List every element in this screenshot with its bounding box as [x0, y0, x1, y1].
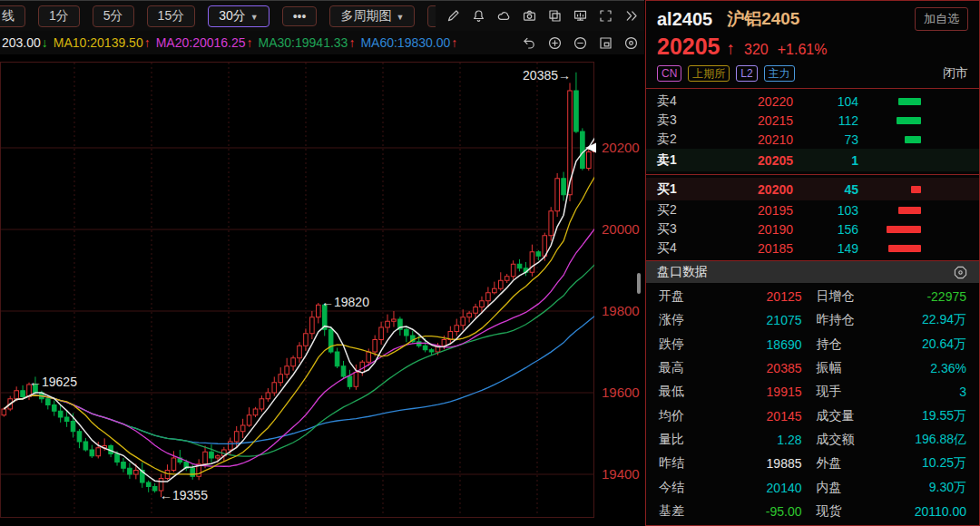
add-watchlist-button[interactable]: 加自选 — [915, 7, 968, 31]
market-data-title: 盘口数据 — [657, 264, 708, 280]
chevron-double-right-icon[interactable] — [623, 8, 639, 24]
market-data-row: 最低19915现手3 — [646, 380, 979, 404]
field-label: 最高 — [659, 360, 715, 376]
down-arrow-icon: ↓ — [42, 35, 48, 50]
field-value: 20140 — [715, 481, 802, 495]
field-label: 跌停 — [659, 336, 715, 353]
orderbook-row-买3[interactable]: 买320190156 — [646, 219, 979, 239]
bell-icon[interactable] — [471, 8, 486, 24]
field-value: -95.00 — [715, 504, 802, 519]
field-label: 均价 — [659, 408, 715, 424]
orderbook-row-买2[interactable]: 买220195103 — [646, 200, 979, 219]
monitor-chart-icon[interactable] — [573, 8, 588, 24]
y-axis-label: 19600 — [602, 385, 640, 400]
quote-header: al2405 沪铝2405 加自选 20205 ↑ 320 +1.61% CN上… — [646, 1, 979, 88]
price-annotation: ←19820 — [321, 295, 369, 309]
timeframe-button-30分[interactable]: 30分▼ — [208, 5, 270, 27]
timeframe-button-5分[interactable]: 5分 — [93, 5, 134, 27]
y-axis-label: 20000 — [602, 221, 640, 237]
up-arrow-icon: ↑ — [451, 35, 457, 50]
volume-bar — [905, 136, 921, 143]
field-value: 20145 — [715, 409, 802, 424]
market-data-row: 基差-95.00现货20110.00 — [646, 500, 979, 523]
timeframe-button-月线[interactable]: 月线 — [0, 5, 25, 27]
field-label: 最低 — [659, 384, 715, 400]
market-data-row: 最高20385振幅2.36% — [646, 356, 979, 380]
target-icon[interactable] — [623, 35, 639, 51]
orderbook-row-卖1[interactable]: 卖1202051 — [646, 149, 979, 171]
zoom-in-icon[interactable] — [547, 35, 563, 51]
timeframe-button-多周期图[interactable]: 多周期图▼ — [329, 5, 415, 27]
volume-bar — [888, 245, 921, 252]
field-label: 量比 — [659, 432, 715, 448]
chart-pane: 2020020000198001960019400←19625←19355←19… — [0, 0, 644, 526]
ma-value: MA30:19941.33↑ — [259, 35, 358, 50]
field-value: 19.55万 — [880, 408, 967, 424]
field-label: 昨结 — [659, 455, 715, 472]
zoom-out-icon[interactable] — [573, 35, 588, 51]
field-value: 22.94万 — [880, 312, 967, 328]
field-value: 20.64万 — [880, 336, 967, 353]
gear-icon[interactable] — [953, 265, 968, 280]
badge-主力: 主力 — [764, 65, 795, 82]
field-value: 2.36% — [880, 361, 967, 375]
up-arrow-icon: ↑ — [144, 35, 151, 50]
market-data-row: 涨停21075昨持仓22.94万 — [646, 308, 979, 332]
volume-bar — [887, 226, 921, 233]
up-arrow-icon: ↑ — [247, 35, 253, 50]
field-label: 现手 — [817, 384, 880, 400]
candlestick-chart[interactable]: 2020020000198001960019400←19625←19355←19… — [0, 0, 644, 526]
price-annotation: ←19625 — [29, 375, 77, 389]
field-value: -22975 — [880, 289, 967, 304]
field-label: 昨持仓 — [817, 312, 880, 328]
layers-icon[interactable] — [547, 8, 563, 24]
market-data-row: 昨结19885外盘10.25万 — [646, 452, 979, 475]
timeframe-button-1分[interactable]: 1分 — [38, 5, 80, 27]
chevron-down-icon: ▼ — [396, 13, 404, 22]
y-axis-label: 20200 — [602, 140, 640, 155]
layout-icon[interactable] — [598, 35, 613, 51]
market-data-row: 跌停18690持仓20.64万 — [646, 333, 979, 356]
field-value: 196.88亿 — [880, 432, 967, 448]
ma-toolbar: 203.00↓MA10:20139.50↑MA20:20016.25↑MA30:… — [0, 31, 644, 54]
chart-zoom-icons — [512, 35, 644, 51]
orderbook-row-买4[interactable]: 买420185149 — [646, 239, 979, 258]
price-annotation: 20385→ — [523, 68, 571, 83]
timeframe-button-15分[interactable]: 15分 — [147, 5, 196, 27]
market-data-row: 均价20145成交量19.55万 — [646, 404, 979, 427]
field-value: 18690 — [715, 337, 802, 352]
chevron-down-icon: ▼ — [250, 13, 259, 22]
y-axis-label: 19800 — [602, 303, 640, 318]
field-label: 持仓 — [817, 336, 880, 353]
market-data-row: 量比1.28成交额196.88亿 — [646, 428, 979, 452]
up-arrow-icon: ↑ — [727, 39, 736, 59]
cloud-icon[interactable] — [496, 8, 512, 24]
camera-icon[interactable] — [522, 8, 537, 24]
badge-上期所: 上期所 — [688, 65, 730, 82]
contract-code: al2405 — [657, 9, 712, 30]
ma-value: MA20:20016.25↑ — [156, 35, 255, 50]
contract-name: 沪铝2405 — [727, 7, 799, 31]
scrollbar-thumb[interactable] — [637, 273, 641, 294]
field-value: 9.30万 — [880, 480, 967, 496]
market-data-row: 开盘20125日增仓-22975 — [646, 285, 979, 308]
price-change-percent: +1.61% — [778, 42, 828, 58]
orderbook-row-卖3[interactable]: 卖320215112 — [646, 111, 979, 130]
field-value: 20110.00 — [880, 504, 967, 519]
quote-panel: al2405 沪铝2405 加自选 20205 ↑ 320 +1.61% CN上… — [645, 0, 980, 526]
timeframe-button-合约资料[interactable]: 合约资料 — [427, 5, 436, 27]
orderbook-row-买1[interactable]: 买12020045 — [646, 178, 979, 200]
field-label: 涨停 — [659, 312, 715, 328]
field-label: 现货 — [817, 503, 880, 520]
up-arrow-icon: ↑ — [348, 35, 355, 50]
chart-tool-icons — [436, 8, 644, 24]
volume-bar — [898, 98, 921, 105]
orderbook-row-卖2[interactable]: 卖22021073 — [646, 130, 979, 149]
ma-value: MA60:19830.00↑ — [360, 35, 459, 50]
pencil-icon[interactable] — [446, 8, 461, 24]
undo-icon[interactable] — [522, 35, 537, 51]
orderbook-row-卖4[interactable]: 卖420220104 — [646, 92, 979, 111]
timeframe-button-•••[interactable]: ••• — [282, 6, 318, 26]
field-label: 振幅 — [817, 360, 880, 376]
fullscreen-icon[interactable] — [598, 8, 613, 24]
